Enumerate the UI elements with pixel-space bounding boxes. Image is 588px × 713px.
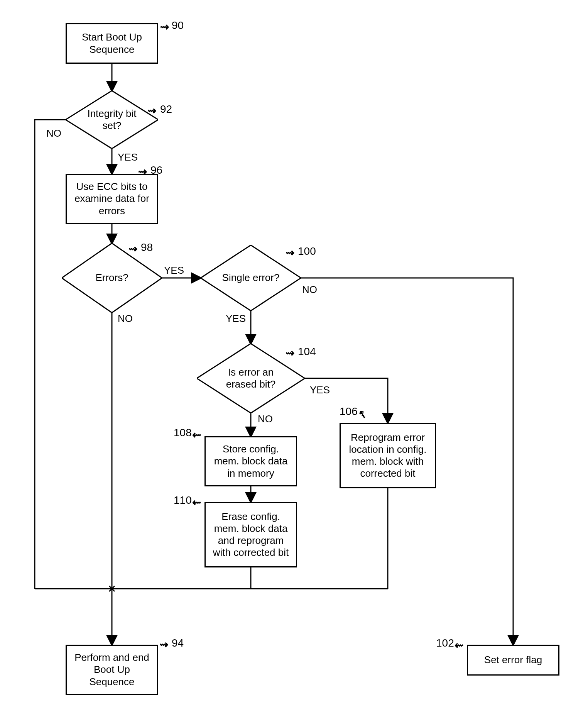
node-text: Use ECC bits toexamine data forerrors [74, 181, 149, 217]
ref-squiggle: ⇝ [128, 242, 137, 255]
ref-squiggle: ⇝ [159, 638, 168, 651]
node-text: Start Boot UpSequence [82, 31, 142, 55]
node-perform-end: Perform and endBoot UpSequence [66, 645, 158, 695]
ref-squiggle: ⇝ [138, 165, 147, 178]
ref-squiggle: ⇝ [286, 347, 294, 359]
ref-number: 96 [150, 164, 162, 176]
ref-number: 100 [298, 245, 316, 257]
ref-squiggle: ⇝ [147, 104, 156, 117]
ref-squiggle: ⇝ [160, 20, 169, 33]
node-use-ecc: Use ECC bits toexamine data forerrors [66, 174, 158, 224]
edge-label-no: NO [258, 413, 273, 425]
node-erase-config: Erase config.mem. block dataand reprogra… [204, 502, 297, 567]
ref-squiggle: ⇝ [286, 246, 294, 259]
node-integrity-bit: Integrity bitset? [66, 91, 158, 149]
node-text: Integrity bitset? [85, 105, 139, 134]
node-text: Errors? [93, 269, 130, 286]
edge-label-no: NO [46, 127, 61, 139]
edge-label-yes: YES [118, 151, 138, 163]
ref-number: 102 [436, 637, 454, 649]
node-text: Single error? [220, 269, 282, 286]
node-text: Erase config.mem. block dataand reprogra… [213, 511, 289, 559]
edge-label-yes: YES [164, 264, 184, 276]
ref-number: 104 [298, 345, 316, 358]
ref-number: 92 [160, 103, 172, 115]
ref-squiggle: ⇜ [192, 496, 201, 509]
node-text: Store config.mem. block datain memory [214, 443, 288, 479]
edge-label-no: NO [302, 284, 317, 296]
ref-number: 110 [174, 494, 192, 506]
ref-number: 106 [340, 405, 358, 418]
ref-number: 108 [174, 427, 192, 439]
node-text: Perform and endBoot UpSequence [74, 652, 149, 688]
ref-number: 98 [141, 241, 153, 254]
node-set-error-flag: Set error flag [467, 645, 559, 676]
node-store-config: Store config.mem. block datain memory [204, 436, 297, 486]
node-reprogram-error: Reprogram errorlocation in config.mem. b… [340, 423, 436, 488]
node-errors: Errors? [62, 243, 162, 313]
ref-number: 94 [172, 637, 184, 649]
edge-label-yes: YES [310, 384, 330, 396]
node-text: Is error anerased bit? [224, 364, 278, 393]
ref-squiggle: ⇜ [192, 428, 201, 441]
edge-label-no: NO [118, 313, 133, 325]
ref-squiggle: ⇜ [455, 639, 463, 652]
node-text: Reprogram errorlocation in config.mem. b… [349, 432, 427, 480]
node-start-boot: Start Boot UpSequence [66, 23, 158, 64]
flowchart-canvas: Start Boot UpSequence ⇝ 90 Integrity bit… [8, 8, 588, 713]
ref-number: 90 [172, 19, 184, 32]
node-text: Set error flag [484, 654, 542, 666]
edge-label-yes: YES [226, 313, 246, 325]
